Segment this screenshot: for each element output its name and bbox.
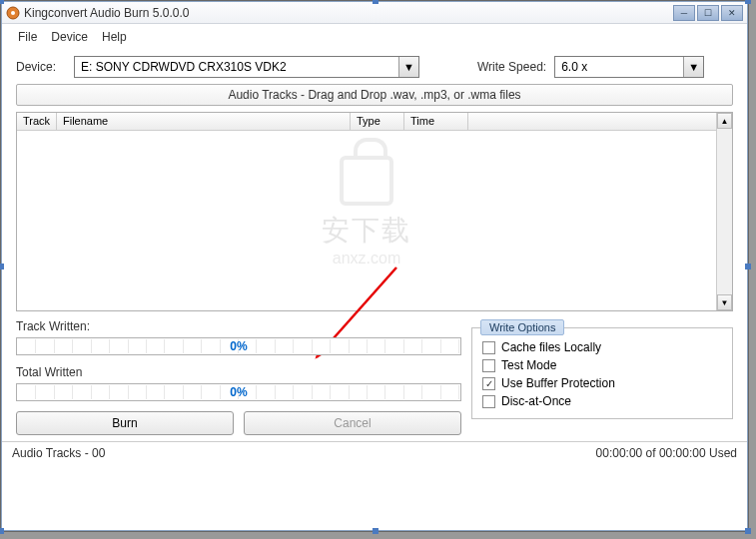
burn-button[interactable]: Burn: [16, 411, 234, 435]
track-written-label: Track Written:: [16, 319, 461, 333]
total-written-percent: 0%: [230, 385, 247, 399]
col-filename[interactable]: Filename: [57, 113, 351, 130]
write-options-legend: Write Options: [480, 319, 564, 335]
col-type[interactable]: Type: [351, 113, 404, 130]
cancel-button[interactable]: Cancel: [244, 411, 461, 435]
statusbar: Audio Tracks - 00 00:00:00 of 00:00:00 U…: [2, 441, 747, 464]
close-button[interactable]: ✕: [721, 5, 743, 21]
maximize-button[interactable]: ☐: [697, 5, 719, 21]
buffer-checkbox[interactable]: ✓: [482, 377, 495, 390]
window-title: Kingconvert Audio Burn 5.0.0.0: [24, 6, 673, 20]
vertical-scrollbar[interactable]: ▲ ▼: [716, 113, 732, 310]
track-table[interactable]: Track Filename Type Time 安下载 anxz.com ▲: [16, 112, 733, 311]
cache-checkbox[interactable]: [482, 341, 495, 354]
device-select[interactable]: E: SONY CDRWDVD CRX310S VDK2 ▼: [74, 56, 419, 78]
buffer-label: Use Buffer Protection: [501, 376, 615, 390]
scroll-up-icon[interactable]: ▲: [717, 113, 732, 129]
col-time[interactable]: Time: [404, 113, 468, 130]
menubar: File Device Help: [2, 24, 747, 52]
testmode-label: Test Mode: [501, 358, 556, 372]
writespeed-select[interactable]: 6.0 x ▼: [554, 56, 704, 78]
menu-help[interactable]: Help: [96, 28, 133, 46]
menu-file[interactable]: File: [12, 28, 43, 46]
writespeed-value: 6.0 x: [555, 60, 683, 74]
col-spacer: [468, 113, 716, 130]
svg-point-1: [11, 11, 15, 15]
dao-label: Disc-at-Once: [501, 394, 571, 408]
app-icon: [6, 6, 20, 20]
cache-label: Cache files Locally: [501, 340, 601, 354]
testmode-checkbox[interactable]: [482, 359, 495, 372]
total-written-progress: 0%: [16, 383, 461, 401]
track-written-percent: 0%: [230, 339, 247, 353]
col-track[interactable]: Track: [17, 113, 57, 130]
dao-checkbox[interactable]: [482, 395, 495, 408]
device-label: Device:: [16, 60, 66, 74]
status-time: 00:00:00 of 00:00:00 Used: [596, 446, 737, 460]
total-written-label: Total Written: [16, 365, 461, 379]
dropdown-icon[interactable]: ▼: [398, 57, 418, 77]
write-options-group: Write Options Cache files Locally Test M…: [471, 327, 733, 419]
titlebar: Kingconvert Audio Burn 5.0.0.0 ─ ☐ ✕: [2, 2, 747, 24]
dropdown-icon[interactable]: ▼: [683, 57, 703, 77]
table-header: Track Filename Type Time: [17, 113, 716, 131]
minimize-button[interactable]: ─: [673, 5, 695, 21]
scroll-down-icon[interactable]: ▼: [717, 294, 732, 310]
writespeed-label: Write Speed:: [477, 60, 546, 74]
watermark: 安下载 anxz.com: [322, 156, 411, 268]
menu-device[interactable]: Device: [45, 28, 94, 46]
drag-drop-bar[interactable]: Audio Tracks - Drag and Drop .wav, .mp3,…: [16, 84, 733, 106]
track-written-progress: 0%: [16, 337, 461, 355]
device-value: E: SONY CDRWDVD CRX310S VDK2: [75, 60, 398, 74]
status-tracks: Audio Tracks - 00: [12, 446, 596, 460]
